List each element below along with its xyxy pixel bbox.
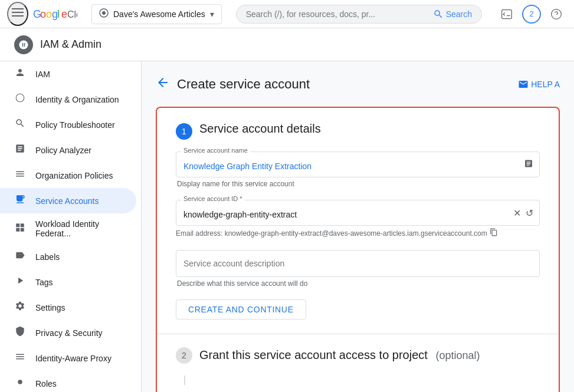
sidebar-item-roles[interactable]: Roles [0,371,136,392]
service-accounts-icon [14,194,26,207]
sidebar-item-service-accounts[interactable]: Service Accounts [0,188,136,213]
main-layout: IAM Identity & Organization Policy Troub… [0,61,574,392]
copy-email-button[interactable] [490,228,498,238]
policy-troubleshooter-icon [14,118,26,131]
description-group: Describe what this service account will … [176,250,540,288]
description-input[interactable] [176,251,539,276]
step1-badge: 1 [176,123,192,140]
sidebar-item-identity-org[interactable]: Identity & Organization [0,87,136,112]
service-account-name-input[interactable] [176,152,539,177]
page-header: Create service account HELP A [156,75,560,93]
sidebar-item-privacy-security-label: Privacy & Security [35,328,103,338]
svg-text:e: e [61,8,67,20]
iam-icon [14,67,26,81]
sidebar-item-roles-label: Roles [35,379,57,388]
identity-aware-proxy-icon [14,351,26,365]
hamburger-menu[interactable] [7,2,28,26]
sidebar-item-service-accounts-label: Service Accounts [35,196,99,206]
sidebar-item-identity-aware-proxy[interactable]: Identity-Aware Proxy [0,345,136,371]
svg-text:o: o [40,8,46,20]
project-selector[interactable]: Dave's Awesome Articles ▾ [91,4,222,24]
app-header: IAM & Admin [0,28,574,61]
privacy-security-icon [14,326,26,340]
step-connector [184,375,185,385]
step2-header: 2 Grant this service account access to p… [176,346,540,364]
svg-rect-18 [21,223,24,227]
search-button[interactable]: Search [433,9,472,19]
step2-title: Grant this service account access to pro… [199,348,480,362]
app-title: IAM & Admin [40,38,101,51]
search-label: Search [446,9,472,19]
sidebar-item-org-policies[interactable]: Organization Policies [0,163,136,188]
sidebar-item-policy-analyzer-label: Policy Analyzer [35,146,91,155]
sidebar-item-identity-org-label: Identity & Organization [35,95,119,104]
sidebar-item-policy-analyzer[interactable]: Policy Analyzer [0,137,136,163]
sidebar-item-workload-identity[interactable]: Workload Identity Federat... [0,213,136,244]
sidebar: IAM Identity & Organization Policy Troub… [0,61,142,392]
sidebar-item-identity-aware-proxy-label: Identity-Aware Proxy [35,354,111,363]
page-title: Create service account [177,77,310,92]
identity-org-icon [14,93,26,106]
sidebar-item-privacy-security[interactable]: Privacy & Security [0,320,136,345]
main-card: 1 Service account details Service accoun… [156,107,560,392]
policy-analyzer-icon [14,143,26,157]
sidebar-item-iam[interactable]: IAM [0,61,136,87]
create-and-continue-button[interactable]: CREATE AND CONTINUE [176,299,306,319]
notification-count: 2 [529,9,533,18]
step1-section: 1 Service account details Service accoun… [157,108,559,334]
svg-point-15 [556,16,557,17]
id-clear-button[interactable]: ✕ [512,206,522,220]
svg-rect-1 [12,12,24,13]
name-field-icon [524,159,533,170]
id-refresh-button[interactable]: ↺ [524,206,534,220]
sidebar-item-labels-label: Labels [35,252,60,262]
terminal-button[interactable] [496,4,517,25]
app-header-icon [14,35,33,54]
search-icon [433,9,444,19]
svg-rect-19 [16,228,19,231]
step1-header: 1 Service account details [176,122,540,140]
roles-icon [14,377,26,390]
step3-section: 3 Grant users access to this service acc… [157,385,559,392]
svg-text:o: o [46,8,52,20]
step2-optional: (optional) [435,350,480,361]
sidebar-item-policy-troubleshooter[interactable]: Policy Troubleshooter [0,112,136,137]
dropdown-arrow-icon: ▾ [210,9,214,19]
email-hint: Email address: knowledge-graph-entity-ex… [176,228,540,238]
id-field-container: Service account ID * ✕ ↺ [176,200,540,226]
search-input[interactable] [246,9,433,19]
svg-rect-20 [21,228,24,231]
id-field-actions: ✕ ↺ [512,206,534,220]
service-account-name-group: Service account name Display name for th… [176,151,540,188]
svg-point-21 [18,380,22,384]
search-bar[interactable]: Search [236,5,482,24]
sidebar-item-tags-label: Tags [35,278,53,287]
sidebar-item-org-policies-label: Organization Policies [35,171,113,180]
help-link[interactable]: HELP A [518,79,560,90]
project-icon [99,8,109,20]
workload-identity-icon [14,222,26,236]
desc-hint: Describe what this service account will … [176,279,540,288]
sidebar-item-tags[interactable]: Tags [0,269,136,295]
service-account-id-input[interactable] [176,200,539,225]
help-button[interactable] [546,4,567,25]
back-button[interactable] [156,75,170,93]
sidebar-item-settings[interactable]: Settings [0,295,136,320]
email-address-text: Email address: knowledge-graph-entity-ex… [176,229,487,238]
svg-text:Cloud: Cloud [67,9,77,19]
org-policies-icon [14,169,26,182]
main-content: Create service account HELP A 1 Service … [142,61,574,392]
sidebar-item-labels[interactable]: Labels [0,244,136,269]
service-account-id-group: Service account ID * ✕ ↺ Email address: … [176,200,540,238]
notification-badge[interactable]: 2 [522,5,541,24]
google-cloud-logo: G o o g l e Cloud [33,7,77,21]
help-label: HELP A [531,80,560,89]
sidebar-item-workload-identity-label: Workload Identity Federat... [35,219,122,238]
desc-field-container [176,250,540,277]
settings-icon [14,301,26,314]
svg-point-14 [552,9,562,19]
tags-icon [14,275,26,289]
step2-section: 2 Grant this service account access to p… [157,334,559,375]
project-name: Dave's Awesome Articles [113,9,205,19]
labels-icon [14,250,26,263]
